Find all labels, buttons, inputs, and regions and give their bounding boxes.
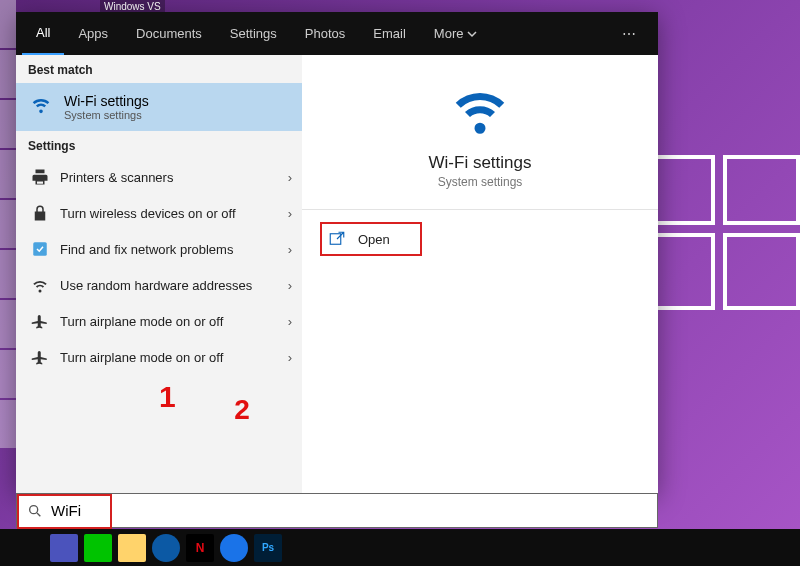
results-left-column: Best match Wi-Fi settings System setting… — [16, 55, 302, 493]
tab-apps[interactable]: Apps — [64, 12, 122, 55]
open-action[interactable]: Open 2 — [320, 222, 422, 256]
taskbar-search-box[interactable] — [16, 493, 658, 528]
search-tabs-header: All Apps Documents Settings Photos Email… — [16, 12, 658, 55]
result-random-mac[interactable]: Use random hardware addresses › — [16, 267, 302, 303]
result-network-troubleshoot[interactable]: Find and fix network problems › — [16, 231, 302, 267]
printer-icon — [30, 167, 50, 187]
taskbar-photoshop[interactable]: Ps — [254, 534, 282, 562]
result-label: Turn airplane mode on or off — [60, 350, 223, 365]
wifi-icon — [30, 275, 50, 295]
divider — [302, 209, 658, 210]
tab-all[interactable]: All — [22, 12, 64, 55]
search-input[interactable] — [51, 502, 647, 519]
chevron-down-icon — [467, 29, 477, 39]
best-match-heading: Best match — [16, 55, 302, 83]
callout-2: 2 — [234, 394, 250, 426]
result-label: Turn airplane mode on or off — [60, 314, 223, 329]
tab-photos[interactable]: Photos — [291, 12, 359, 55]
windows-logo — [645, 155, 800, 310]
svg-rect-1 — [330, 234, 341, 245]
settings-heading: Settings — [16, 131, 302, 159]
result-airplane-1[interactable]: Turn airplane mode on or off › — [16, 303, 302, 339]
result-airplane-2[interactable]: Turn airplane mode on or off › — [16, 339, 302, 375]
network-icon — [30, 203, 50, 223]
tab-documents[interactable]: Documents — [122, 12, 216, 55]
settings-results-list: Printers & scanners › Turn wireless devi… — [16, 159, 302, 375]
chevron-right-icon: › — [288, 350, 292, 365]
svg-rect-0 — [33, 242, 47, 256]
tab-email[interactable]: Email — [359, 12, 420, 55]
taskbar-netflix[interactable]: N — [186, 534, 214, 562]
preview-subtitle: System settings — [438, 175, 523, 189]
search-icon — [27, 503, 43, 519]
tab-more[interactable]: More — [420, 12, 492, 55]
chevron-right-icon: › — [288, 278, 292, 293]
chevron-right-icon: › — [288, 242, 292, 257]
desktop-left-icons — [0, 0, 16, 490]
best-match-subtitle: System settings — [64, 109, 290, 121]
airplane-icon — [30, 347, 50, 367]
best-match-title: Wi-Fi settings — [64, 93, 290, 109]
result-printers[interactable]: Printers & scanners › — [16, 159, 302, 195]
taskbar-file-explorer[interactable] — [118, 534, 146, 562]
result-preview-pane: Wi-Fi settings System settings Open 2 — [302, 55, 658, 493]
open-label: Open — [358, 232, 390, 247]
callout-1: 1 — [159, 380, 176, 414]
result-label: Use random hardware addresses — [60, 278, 252, 293]
start-search-panel: All Apps Documents Settings Photos Email… — [16, 12, 658, 493]
taskbar-line[interactable] — [84, 534, 112, 562]
chevron-right-icon: › — [288, 206, 292, 221]
airplane-icon — [30, 311, 50, 331]
tab-settings[interactable]: Settings — [216, 12, 291, 55]
taskbar-teams[interactable] — [50, 534, 78, 562]
wifi-icon — [30, 93, 52, 115]
result-label: Find and fix network problems — [60, 242, 233, 257]
preview-title: Wi-Fi settings — [429, 153, 532, 173]
best-match-result[interactable]: Wi-Fi settings System settings — [16, 83, 302, 131]
taskbar-edge[interactable] — [152, 534, 180, 562]
taskbar: N Ps — [0, 529, 800, 566]
open-icon — [328, 230, 346, 248]
svg-point-2 — [30, 505, 38, 513]
result-label: Printers & scanners — [60, 170, 173, 185]
chevron-right-icon: › — [288, 170, 292, 185]
more-options-button[interactable]: ⋯ — [608, 26, 652, 42]
result-wireless-toggle[interactable]: Turn wireless devices on or off › — [16, 195, 302, 231]
result-label: Turn wireless devices on or off — [60, 206, 236, 221]
chevron-right-icon: › — [288, 314, 292, 329]
taskbar-chrome[interactable] — [220, 534, 248, 562]
wifi-icon — [446, 79, 514, 139]
troubleshoot-icon — [30, 239, 50, 259]
